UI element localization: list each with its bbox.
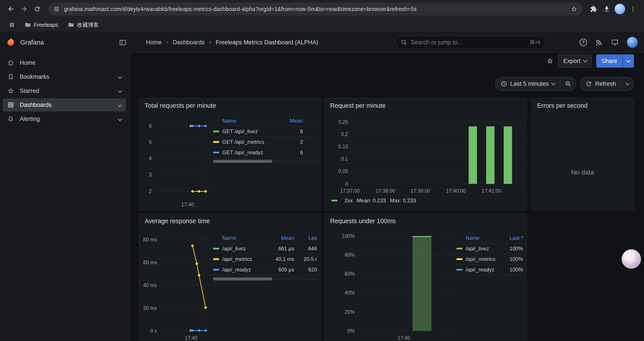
series-last: 620 [294, 267, 317, 273]
share-dropdown-button[interactable] [622, 55, 634, 68]
series-max: Max: 0.233 [390, 197, 416, 204]
series-color-swatch [456, 258, 462, 260]
reload-button[interactable] [31, 3, 44, 16]
legend-col-last[interactable]: Las [294, 235, 317, 241]
series-last: 20.5 r [294, 256, 317, 262]
bookmark-folder-blogs[interactable]: 收藏博客 [64, 20, 102, 30]
series-label[interactable]: /api/_livez [466, 245, 500, 252]
export-button[interactable]: Export [558, 55, 592, 68]
legend-row: GET /api/_readyz 6 [213, 147, 319, 158]
sidebar-item-dashboards[interactable]: Dashboards [3, 98, 126, 112]
legend-scrollbar[interactable] [213, 160, 319, 163]
series-color-swatch [456, 269, 462, 270]
series-label[interactable]: /api/_readyz [222, 267, 262, 273]
zoom-out-icon [565, 81, 572, 87]
search-shortcut-hint: ⌘+k [530, 39, 540, 46]
downloads-button[interactable] [600, 3, 613, 16]
help-button[interactable]: ? [580, 39, 587, 46]
series-label[interactable]: GET /api/_readyz [222, 149, 272, 156]
help-icon: ? [580, 39, 587, 46]
browser-menu-button[interactable] [626, 3, 640, 16]
url-bar[interactable]: grafana.mathmast.com/d/deytv4rwavabkb/fr… [48, 3, 582, 16]
legend-table: Name Mean Las /api/_livez 661 µs 646 /ap… [213, 233, 319, 275]
x-tick: 17:38:00 [376, 188, 395, 194]
home-icon [7, 59, 14, 67]
series-label[interactable]: /api/_livez [222, 245, 262, 252]
legend-col-name[interactable]: Name [222, 235, 262, 241]
series-label[interactable]: /api/_readyz [466, 267, 500, 273]
series-label[interactable]: /api/_metrics [466, 256, 500, 262]
legend-row: GET /api/_livez 6 [213, 126, 319, 137]
refresh-interval-dropdown[interactable] [622, 77, 634, 90]
series-label[interactable]: /api/_metrics [222, 256, 262, 262]
brand-name: Grafana [20, 39, 44, 46]
x-tick: 17:37:00 [340, 188, 360, 194]
series-label[interactable]: GET /api/_livez [222, 128, 272, 135]
zoom-out-button[interactable] [560, 77, 576, 90]
legend-col-mean[interactable]: Mean [272, 118, 303, 124]
panel-title[interactable]: Total requests per minute [140, 98, 320, 113]
series-mean: 6 [272, 149, 303, 156]
sidebar-item-bookmarks[interactable]: Bookmarks [3, 70, 126, 83]
x-tick: 17:40 [398, 335, 410, 341]
forward-button[interactable] [18, 3, 31, 16]
breadcrumb-home[interactable]: Home [146, 39, 162, 46]
news-button[interactable] [595, 39, 603, 46]
share-button[interactable]: Share [596, 55, 622, 68]
header-icons: ? [580, 32, 638, 53]
favorite-dashboard-button[interactable] [546, 57, 554, 65]
panel-left-icon [119, 39, 127, 47]
legend-col-name[interactable]: Name [466, 235, 500, 241]
panel-title[interactable]: Errors per second [532, 98, 634, 113]
sidebar-item-alerting[interactable]: Alerting [3, 112, 126, 126]
time-picker-group: Last 5 minutes [495, 77, 576, 91]
bookmarks-bar: Freeleaps 收藏博客 [0, 18, 644, 32]
breadcrumb-separator: › [166, 39, 168, 45]
breadcrumb-dashboards[interactable]: Dashboards [173, 39, 205, 46]
back-button[interactable] [4, 3, 18, 16]
series-last: 100% [500, 245, 523, 252]
legend-scrollbar[interactable] [213, 277, 319, 280]
search-icon [401, 39, 407, 46]
series-label[interactable]: GET /api/_metrics [222, 139, 272, 145]
url-text[interactable]: grafana.mathmast.com/d/deytv4rwavabkb/fr… [64, 6, 566, 12]
series-label[interactable]: 2xx [344, 197, 353, 204]
search-input[interactable] [411, 39, 526, 46]
sidebar-toggle-button[interactable] [118, 37, 128, 48]
bookmark-star-icon[interactable] [571, 6, 577, 12]
site-settings-icon[interactable] [54, 6, 60, 12]
chevron-down-icon[interactable] [118, 117, 122, 121]
chevron-down-icon[interactable] [118, 89, 122, 93]
refresh-button[interactable]: Refresh [580, 77, 621, 90]
panel-title[interactable]: Average response time [140, 214, 320, 228]
panel-title[interactable]: Request per minute [325, 98, 526, 113]
apps-shortcut[interactable] [5, 21, 18, 29]
series-color-swatch [213, 269, 219, 270]
sidebar-item-home[interactable]: Home [3, 56, 126, 69]
sidebar-item-label: Alerting [20, 116, 113, 122]
kiosk-mode-button[interactable] [611, 39, 618, 46]
floating-assistant-avatar[interactable] [622, 249, 641, 269]
dashboards-grid-icon [7, 101, 14, 109]
user-avatar[interactable] [627, 37, 638, 48]
sidebar-item-starred[interactable]: Starred [3, 84, 126, 97]
scrollbar-thumb[interactable] [213, 277, 272, 280]
bookmark-label: 收藏博客 [77, 21, 99, 29]
extensions-button[interactable] [587, 3, 600, 16]
legend-col-last[interactable]: Last * [500, 235, 523, 241]
legend-row: /api/_readyz 100% [456, 265, 523, 275]
search-box[interactable]: ⌘+k [395, 36, 546, 49]
browser-profile-button[interactable] [613, 3, 626, 16]
folder-icon [24, 22, 31, 28]
chevron-down-icon[interactable] [118, 103, 122, 107]
series-color-swatch [213, 141, 219, 143]
time-range-picker[interactable]: Last 5 minutes [496, 77, 560, 90]
scrollbar-thumb[interactable] [213, 160, 272, 163]
legend-col-name[interactable]: Name [222, 118, 272, 124]
series-mean: 40.1 ms [262, 256, 294, 262]
series-color-swatch [213, 258, 219, 260]
legend-col-mean[interactable]: Mean [262, 235, 294, 241]
bookmark-folder-freeleaps[interactable]: Freeleaps [21, 20, 62, 30]
panel-title[interactable]: Requests under 100ms [325, 214, 526, 228]
chevron-down-icon[interactable] [118, 75, 122, 79]
